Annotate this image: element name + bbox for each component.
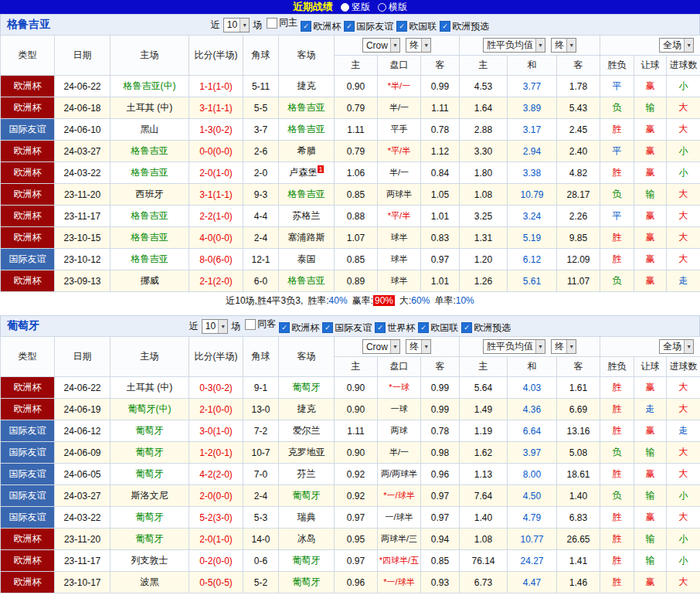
checkbox-checked-icon[interactable]: ✓ <box>344 21 355 32</box>
games-count-select[interactable]: 10▼ <box>202 319 228 334</box>
match-score[interactable]: 5-2(3-0) <box>189 507 243 529</box>
match-score[interactable]: 4-2(2-0) <box>189 464 243 485</box>
away-team[interactable]: 葡萄牙 <box>279 485 335 507</box>
away-team[interactable]: 克罗地亚 <box>279 442 335 464</box>
filter-checkbox[interactable]: ✓欧国联 <box>396 20 437 33</box>
match-score[interactable]: 2-0(0-0) <box>189 485 243 507</box>
filter-checkbox[interactable]: ✓国际友谊 <box>344 20 393 33</box>
handicap-result: 赢 <box>634 76 667 97</box>
home-team[interactable]: 格鲁吉亚 <box>110 141 189 162</box>
checkbox-unchecked-icon[interactable] <box>267 18 277 29</box>
match-score[interactable]: 8-0(6-0) <box>189 249 243 270</box>
layout-landscape-option[interactable]: 横版 <box>378 1 407 14</box>
home-team[interactable]: 葡萄牙 <box>110 507 189 529</box>
away-team[interactable]: 捷克 <box>279 76 335 97</box>
match-score[interactable]: 2-0(1-0) <box>189 162 243 184</box>
away-team[interactable]: 葡萄牙 <box>279 377 335 399</box>
match-score[interactable]: 3-1(1-1) <box>189 97 243 119</box>
filter-checkbox[interactable]: ✓国际友谊 <box>322 321 372 335</box>
away-team[interactable]: 格鲁吉亚 <box>279 270 335 292</box>
match-score[interactable]: 2-0(1-0) <box>189 529 243 550</box>
away-team[interactable]: 爱尔兰 <box>279 420 335 442</box>
odds-final-select[interactable]: 终▼ <box>551 339 576 354</box>
home-team[interactable]: 挪威 <box>110 270 189 292</box>
away-team[interactable]: 希腊 <box>279 141 335 162</box>
checkbox-checked-icon[interactable]: ✓ <box>440 21 450 32</box>
match-score[interactable]: 1-1(1-0) <box>189 76 243 97</box>
away-team[interactable]: 冰岛 <box>279 529 335 550</box>
home-team[interactable]: 黑山 <box>110 119 189 141</box>
away-team[interactable]: 格鲁吉亚 <box>279 97 335 119</box>
home-team[interactable]: 格鲁吉亚 <box>110 206 189 227</box>
bookmaker-select[interactable]: Crow▼ <box>362 38 400 53</box>
home-team[interactable]: 波黑 <box>110 572 189 593</box>
games-count-select[interactable]: 10▼ <box>223 18 250 32</box>
away-team[interactable]: 葡萄牙 <box>279 550 335 572</box>
home-team[interactable]: 葡萄牙 <box>110 529 189 550</box>
home-team[interactable]: 格鲁吉亚 <box>110 227 189 249</box>
layout-portrait-option[interactable]: 竖版 <box>341 1 370 14</box>
home-team[interactable]: 葡萄牙 <box>110 420 189 442</box>
odds-average-select[interactable]: 胜平负均值▼ <box>483 339 545 354</box>
checkbox-checked-icon[interactable]: ✓ <box>396 21 407 32</box>
away-team[interactable]: 格鲁吉亚 <box>279 119 335 141</box>
filter-checkbox[interactable]: 同客 <box>245 318 276 331</box>
match-score[interactable]: 1-3(0-2) <box>189 119 243 141</box>
fulltime-select[interactable]: 全场▼ <box>659 38 694 53</box>
checkbox-checked-icon[interactable]: ✓ <box>279 322 290 333</box>
match-score[interactable]: 2-2(1-0) <box>189 206 243 227</box>
away-team[interactable]: 葡萄牙 <box>279 572 335 593</box>
odds-final-select[interactable]: 终▼ <box>551 38 576 53</box>
match-score[interactable]: 0-0(0-0) <box>189 141 243 162</box>
home-team[interactable]: 格鲁吉亚(中) <box>110 76 189 97</box>
match-score[interactable]: 0-2(0-0) <box>189 550 243 572</box>
away-team[interactable]: 塞浦路斯 <box>279 227 335 249</box>
checkbox-checked-icon[interactable]: ✓ <box>418 322 429 333</box>
checkbox-checked-icon[interactable]: ✓ <box>322 322 333 333</box>
match-score[interactable]: 1-2(0-1) <box>189 442 243 464</box>
handicap-final-select[interactable]: 终▼ <box>406 38 431 53</box>
footer-stat: 胜率:40% <box>308 294 347 308</box>
match-score[interactable]: 0-3(0-2) <box>189 377 243 399</box>
home-team[interactable]: 葡萄牙 <box>110 442 189 464</box>
away-team[interactable]: 卢森堡1 <box>279 162 335 184</box>
filter-checkbox[interactable]: ✓欧国联 <box>418 321 458 335</box>
home-team[interactable]: 土耳其 (中) <box>110 97 189 119</box>
checkbox-checked-icon[interactable]: ✓ <box>461 322 472 333</box>
home-team[interactable]: 格鲁吉亚 <box>110 162 189 184</box>
home-team[interactable]: 斯洛文尼 <box>110 485 189 507</box>
bookmaker-select[interactable]: Crow▼ <box>362 339 400 354</box>
checkbox-unchecked-icon[interactable] <box>245 319 256 330</box>
odds-average-select[interactable]: 胜平负均值▼ <box>483 38 545 53</box>
match-score[interactable]: 3-1(1-1) <box>189 184 243 206</box>
home-team[interactable]: 土耳其 (中) <box>110 377 189 399</box>
home-team[interactable]: 列支敦士 <box>110 550 189 572</box>
filter-checkbox[interactable]: ✓欧洲预选 <box>440 20 489 33</box>
checkbox-checked-icon[interactable]: ✓ <box>301 21 311 32</box>
filter-checkbox[interactable]: ✓欧洲杯 <box>279 321 319 335</box>
filter-checkbox[interactable]: ✓欧洲杯 <box>301 20 341 33</box>
filter-checkbox[interactable]: ✓世界杯 <box>375 321 415 335</box>
filter-checkbox[interactable]: 同主 <box>267 16 297 29</box>
match-score[interactable]: 2-1(0-0) <box>189 399 243 420</box>
handicap-final-select[interactable]: 终▼ <box>406 339 431 354</box>
away-team[interactable]: 瑞典 <box>279 507 335 529</box>
away-team[interactable]: 捷克 <box>279 399 335 420</box>
fulltime-select[interactable]: 全场▼ <box>659 339 694 354</box>
radio-icon[interactable] <box>378 3 386 12</box>
away-team[interactable]: 格鲁吉亚 <box>279 184 335 206</box>
match-score[interactable]: 2-1(2-0) <box>189 270 243 292</box>
home-team[interactable]: 格鲁吉亚 <box>110 249 189 270</box>
home-team[interactable]: 葡萄牙(中) <box>110 399 189 420</box>
match-score[interactable]: 0-5(0-5) <box>189 572 243 593</box>
match-score[interactable]: 3-0(1-0) <box>189 420 243 442</box>
match-score[interactable]: 4-0(0-0) <box>189 227 243 249</box>
home-team[interactable]: 西班牙 <box>110 184 189 206</box>
away-team[interactable]: 芬兰 <box>279 464 335 485</box>
away-team[interactable]: 苏格兰 <box>279 206 335 227</box>
filter-checkbox[interactable]: ✓欧洲预选 <box>461 321 511 335</box>
checkbox-checked-icon[interactable]: ✓ <box>375 322 386 333</box>
radio-selected-icon[interactable] <box>341 3 349 12</box>
away-team[interactable]: 泰国 <box>279 249 335 270</box>
home-team[interactable]: 葡萄牙 <box>110 464 189 485</box>
